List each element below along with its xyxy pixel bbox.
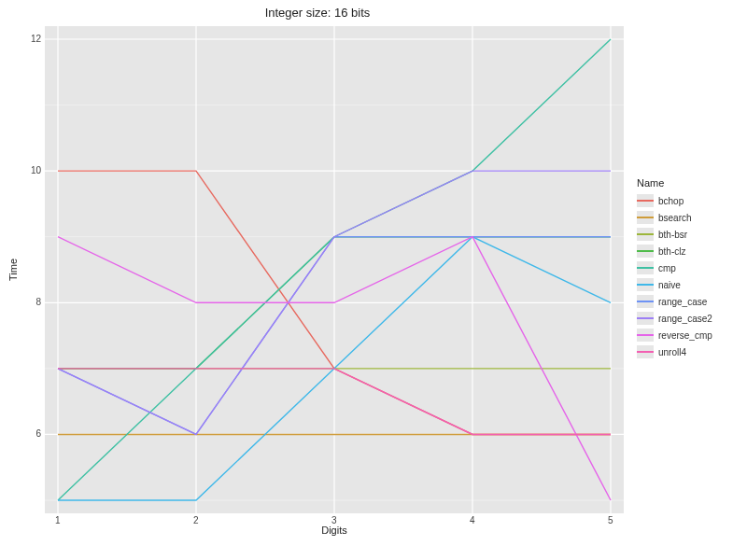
legend-item: range_case2 [637,310,740,327]
legend-swatch [637,245,654,258]
legend-item: cmp [637,259,740,276]
legend-label: range_case [658,297,707,307]
chart-title: Integer size: 16 bits [0,6,635,20]
y-tick-label: 6 [35,428,41,439]
legend-label: bth-bsr [658,230,687,240]
legend-swatch [637,194,654,207]
legend-item: bth-clz [637,243,740,259]
legend: Name bchopbsearchbth-bsrbth-clzcmpnaiver… [637,177,740,360]
legend-title: Name [637,177,740,189]
y-tick-label: 12 [31,34,41,44]
legend-swatch [637,329,654,342]
legend-item: reverse_cmp [637,327,740,343]
legend-swatch [637,295,654,308]
x-axis-label: Digits [45,525,624,536]
legend-label: range_case2 [658,314,712,324]
legend-swatch [637,228,654,241]
legend-label: naive [658,280,681,290]
legend-label: bsearch [658,213,692,223]
y-tick-label: 10 [31,165,41,175]
legend-item: unroll4 [637,343,740,360]
legend-label: bchop [658,196,684,206]
y-axis-label: Time [7,26,19,513]
legend-swatch [637,312,654,325]
legend-label: cmp [658,263,676,273]
y-tick-label: 8 [35,297,41,307]
chart-stage: Integer size: 16 bits 681012 12345 Digit… [0,0,747,560]
legend-label: reverse_cmp [658,330,712,341]
chart-plot [45,26,624,513]
legend-swatch [637,211,654,224]
legend-swatch [637,345,654,358]
legend-swatch [637,261,654,274]
legend-item: bth-bsr [637,226,740,243]
legend-item: bsearch [637,209,740,226]
legend-item: range_case [637,293,740,310]
legend-item: bchop [637,192,740,209]
legend-label: unroll4 [658,347,686,357]
legend-label: bth-clz [658,246,685,257]
legend-item: naive [637,276,740,293]
legend-swatch [637,278,654,291]
